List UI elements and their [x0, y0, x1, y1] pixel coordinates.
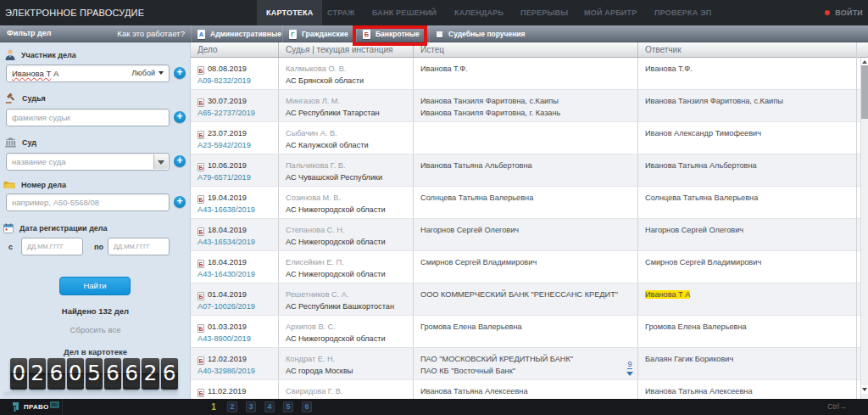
- add-judge-button[interactable]: +: [174, 111, 186, 123]
- court-select[interactable]: название суда: [6, 153, 170, 171]
- case-number-link[interactable]: А43-8900/2019: [198, 334, 251, 343]
- scroll-down-arrow-icon[interactable]: [861, 385, 868, 394]
- case-number-link[interactable]: А23-5942/2019: [198, 141, 251, 149]
- case-row[interactable]: Б30.07.2019А65-22737/2019Мингазов Л. М.А…: [191, 90, 868, 122]
- top-nav-item[interactable]: МОЙ АРБИТР: [575, 0, 646, 25]
- case-type-letter-icon: А: [198, 30, 205, 39]
- top-nav-item[interactable]: КАРТОТЕКА: [257, 0, 322, 25]
- top-nav-item[interactable]: ПРОВЕРКА ЭП: [645, 0, 721, 25]
- case-row[interactable]: Б12.02.2019А40-32986/2019Кондрат Е. Н.АС…: [191, 348, 868, 380]
- case-cell: Б10.06.2019А79-6571/2019: [191, 154, 279, 186]
- defendant-cell: Громова Елена Валерьевна: [638, 316, 868, 347]
- date-from-input[interactable]: ДД.ММ.ГГГГ: [21, 238, 83, 255]
- pravo-logo-icon: [12, 402, 20, 412]
- case-number-link[interactable]: А43-16534/2019: [198, 238, 255, 246]
- case-number-link[interactable]: А09-8232/2019: [198, 76, 251, 85]
- case-date: 01.04.2019: [208, 290, 247, 299]
- search-button[interactable]: Найти: [59, 277, 131, 295]
- court-select-arrow[interactable]: [153, 154, 168, 169]
- top-nav-item[interactable]: ПЕРЕРЫВЫ: [511, 0, 577, 25]
- bankruptcy-case-icon: Б: [198, 292, 204, 300]
- scroll-up-arrow-icon[interactable]: [861, 58, 868, 65]
- court-name: АС Нижегородской области: [286, 268, 406, 280]
- judge-cell: Кондрат Е. Н.АС города Москвы: [279, 348, 414, 379]
- case-number-link[interactable]: А79-6571/2019: [198, 173, 251, 182]
- defendant-name: Громова Елена Валерьевна: [645, 321, 861, 333]
- bankruptcy-case-icon: Б: [198, 324, 204, 333]
- participant-type-dropdown[interactable]: Любой: [131, 65, 164, 81]
- case-type-tab[interactable]: ААдминистративные: [191, 25, 282, 42]
- date-to-input[interactable]: ДД.ММ.ГГГГ: [108, 238, 170, 255]
- add-court-button[interactable]: +: [174, 155, 186, 167]
- add-case-number-button[interactable]: +: [174, 196, 186, 208]
- more-plaintiffs-expander[interactable]: 9: [626, 358, 633, 376]
- case-cell: Б11.02.2019А45-4130/2019: [191, 380, 279, 399]
- cases-counter-odometer: 026056626: [10, 358, 178, 390]
- case-type-tab[interactable]: ГГражданские: [282, 25, 356, 42]
- top-nav: КАРТОТЕКАСТРАЖБАНК РЕШЕНИЙКАЛЕНДАРЬПЕРЕР…: [0, 0, 868, 25]
- bankruptcy-case-icon: Б: [198, 356, 204, 365]
- defendant-cell: Иванова Татьяна Альбертовна: [638, 154, 868, 186]
- judge-input[interactable]: фамилия судьи: [6, 109, 170, 126]
- case-type-tab[interactable]: ББанкротные: [356, 25, 429, 42]
- plaintiff-name: Солнцева Татьяна Валерьевна: [420, 192, 631, 204]
- case-number-link[interactable]: А65-22737/2019: [198, 109, 255, 117]
- odometer-digit: 0: [67, 358, 84, 390]
- case-number-link[interactable]: А43-16638/2019: [198, 205, 255, 214]
- judge-name: Елисейкин Е. П.: [286, 256, 406, 268]
- judge-name: Сыбачин А. В.: [286, 127, 406, 139]
- page-number-active[interactable]: 1: [209, 401, 219, 412]
- table-header: ДелоСудья | текущая инстанцияИстецОтветч…: [191, 42, 868, 58]
- page-number[interactable]: 5: [283, 401, 293, 412]
- case-row[interactable]: Б19.04.2019А43-16638/2019Созинова М. В.А…: [191, 187, 868, 219]
- vertical-scrollbar[interactable]: [860, 58, 868, 399]
- page-number[interactable]: 2: [227, 401, 237, 412]
- top-nav-item[interactable]: СТРАЖ: [318, 0, 364, 25]
- top-nav-item[interactable]: КАЛЕНДАРЬ: [445, 0, 513, 25]
- case-row[interactable]: Б10.06.2019А79-6571/2019Пальчикова Г. В.…: [191, 154, 868, 187]
- case-date: 12.02.2019: [208, 355, 247, 363]
- case-number-placeholder: например, А50-5568/08: [12, 198, 99, 207]
- judge-name: Степанова С. Н.: [286, 224, 406, 236]
- defendant-cell: Солнцева Татьяна Валерьевна: [638, 187, 868, 218]
- case-row[interactable]: Б01.03.2019А43-8900/2019Архипов В. С.АС …: [191, 316, 868, 348]
- case-row[interactable]: Б23.07.2019А23-5942/2019Сыбачин А. В.АС …: [191, 122, 868, 154]
- court-name: АС Нижегородской области: [286, 236, 406, 248]
- defendant-cell: Балаян Гагик Борикович: [638, 348, 868, 379]
- court-placeholder: название суда: [12, 157, 66, 166]
- reset-all-link[interactable]: Сбросить все: [0, 325, 191, 334]
- scrollbar-thumb[interactable]: [861, 65, 868, 119]
- case-number-label-row: Номер дела: [3, 180, 66, 189]
- case-row[interactable]: Б11.02.2019А45-4130/2019Свиридова Г. В.А…: [191, 380, 868, 399]
- page-number[interactable]: 6: [302, 401, 312, 412]
- case-row[interactable]: Б18.04.2019А43-16430/2019Елисейкин Е. П.…: [191, 251, 868, 283]
- add-participant-button[interactable]: +: [174, 67, 186, 79]
- case-type-tabs: ААдминистративныеГГражданскиеББанкротные…: [0, 25, 868, 42]
- judge-placeholder: фамилия судьи: [12, 113, 70, 122]
- case-date: 30.07.2019: [208, 97, 247, 105]
- case-cell: Б30.07.2019А65-22737/2019: [191, 90, 279, 121]
- case-row[interactable]: Б01.04.2019А07-10026/2019Решетников С. А…: [191, 283, 868, 316]
- defendant-cell: Иванов Александр Тимофеевич: [638, 122, 868, 154]
- case-date: 10.06.2019: [208, 161, 247, 170]
- participant-input[interactable]: Иванова Т А Любой: [6, 64, 170, 82]
- defendant-name: Иванова Т А: [645, 289, 861, 300]
- page-number[interactable]: 3: [246, 401, 256, 412]
- pravo-ru-logo[interactable]: ПРАВО RU: [12, 399, 59, 415]
- case-type-tab-label: Судебные поручения: [448, 30, 526, 38]
- plaintiff-cell: Громова Елена Валерьевна: [414, 316, 638, 347]
- calendar-icon: [3, 223, 14, 233]
- case-number-link[interactable]: А40-32986/2019: [198, 367, 255, 375]
- judge-cell: Калмыкова О. В.АС Брянской области: [279, 58, 414, 89]
- case-row[interactable]: Б18.04.2019А43-16534/2019Степанова С. Н.…: [191, 219, 868, 251]
- top-nav-item[interactable]: БАНК РЕШЕНИЙ: [363, 0, 446, 25]
- case-type-letter-icon: Г: [289, 30, 297, 39]
- case-type-tab[interactable]: Судебные поручения: [429, 25, 535, 42]
- page-number[interactable]: 4: [264, 401, 275, 412]
- case-number-link[interactable]: А07-10026/2019: [198, 302, 255, 311]
- login-button[interactable]: ВОЙТИ: [825, 0, 863, 25]
- defendant-cell: Иванова Танзиля Фаритовна, с.Каипы: [638, 90, 868, 121]
- case-number-input[interactable]: например, А50-5568/08: [6, 193, 170, 211]
- case-number-link[interactable]: А43-16430/2019: [198, 270, 255, 278]
- case-row[interactable]: Б08.08.2019А09-8232/2019Калмыкова О. В.А…: [191, 58, 868, 90]
